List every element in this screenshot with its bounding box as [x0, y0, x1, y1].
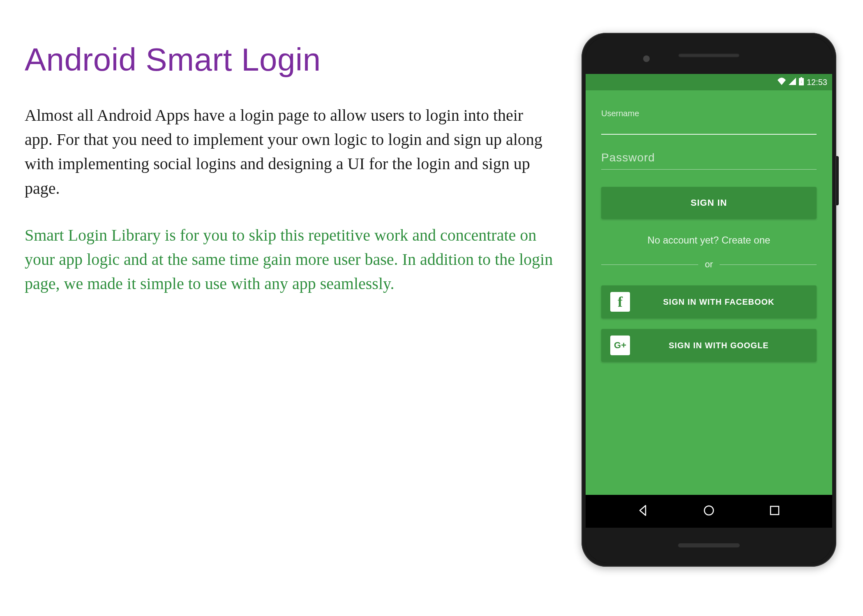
login-screen-content: Username Password SIGN IN No account yet… [586, 90, 832, 495]
svg-point-3 [704, 506, 713, 515]
or-divider-text: or [705, 259, 713, 270]
device-preview-pane: ↓ 12:53 Username Password SIGN IN No acc… [579, 33, 838, 583]
username-label: Username [601, 109, 817, 118]
battery-icon: ↓ [798, 77, 804, 87]
password-input[interactable]: Password [601, 151, 817, 170]
android-status-bar: ↓ 12:53 [586, 74, 832, 90]
phone-side-button [836, 156, 839, 205]
back-nav-button[interactable] [637, 504, 650, 519]
svg-rect-1 [801, 77, 802, 78]
facebook-sign-in-button[interactable]: f SIGN IN WITH FACEBOOK [601, 285, 817, 318]
phone-screen: ↓ 12:53 Username Password SIGN IN No acc… [586, 74, 832, 528]
svg-rect-4 [771, 506, 779, 515]
or-divider: or [601, 259, 817, 270]
facebook-icon: f [610, 292, 630, 312]
phone-bottom-hardware [586, 528, 832, 563]
phone-earpiece-speaker [678, 53, 740, 57]
phone-bottom-speaker [678, 543, 740, 547]
google-plus-icon: G+ [610, 336, 630, 355]
android-nav-bar [586, 495, 832, 528]
cell-signal-icon [789, 78, 796, 87]
highlight-paragraph: Smart Login Library is for you to skip t… [25, 223, 555, 296]
create-account-link[interactable]: No account yet? Create one [601, 234, 817, 246]
status-time: 12:53 [807, 78, 827, 87]
username-input[interactable] [601, 134, 817, 151]
sign-in-button[interactable]: SIGN IN [601, 187, 817, 219]
recents-nav-button[interactable] [768, 504, 781, 519]
phone-top-hardware [586, 37, 832, 74]
svg-text:↓: ↓ [800, 79, 802, 84]
description-pane: Android Smart Login Almost all Android A… [25, 33, 579, 583]
google-sign-in-button[interactable]: G+ SIGN IN WITH GOOGLE [601, 329, 817, 362]
page-title: Android Smart Login [25, 41, 555, 78]
wifi-icon [777, 78, 786, 87]
intro-paragraph: Almost all Android Apps have a login pag… [25, 103, 555, 200]
facebook-button-label: SIGN IN WITH FACEBOOK [630, 297, 808, 307]
home-nav-button[interactable] [702, 504, 715, 519]
google-button-label: SIGN IN WITH GOOGLE [630, 341, 808, 350]
sign-in-button-label: SIGN IN [691, 198, 727, 208]
phone-frame: ↓ 12:53 Username Password SIGN IN No acc… [581, 33, 836, 567]
phone-camera-dot [643, 55, 650, 62]
